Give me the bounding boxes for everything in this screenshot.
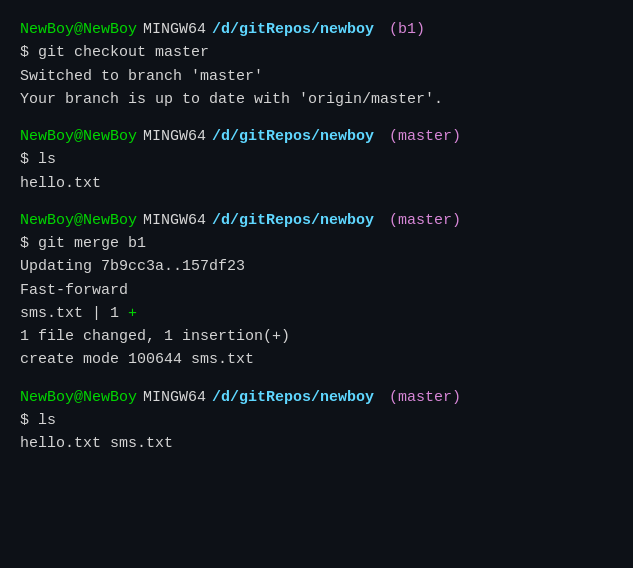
terminal-window: NewBoy@NewBoy MINGW64 /d/gitRepos/newboy… xyxy=(0,0,633,568)
prompt-line-2: NewBoy@NewBoy MINGW64 /d/gitRepos/newboy… xyxy=(20,125,613,148)
output-4-0: hello.txt sms.txt xyxy=(20,432,613,455)
plus-sign: + xyxy=(128,305,137,322)
prompt-path-2: /d/gitRepos/newboy xyxy=(212,125,374,148)
prompt-path-1: /d/gitRepos/newboy xyxy=(212,18,374,41)
output-3-1: Fast-forward xyxy=(20,279,613,302)
output-3-3: 1 file changed, 1 insertion(+) xyxy=(20,325,613,348)
section-2: NewBoy@NewBoy MINGW64 /d/gitRepos/newboy… xyxy=(20,125,613,195)
prompt-host-1: NewBoy xyxy=(83,18,137,41)
command-4: $ ls xyxy=(20,409,613,432)
prompt-path-3: /d/gitRepos/newboy xyxy=(212,209,374,232)
output-3-0: Updating 7b9cc3a..157df23 xyxy=(20,255,613,278)
prompt-path-4: /d/gitRepos/newboy xyxy=(212,386,374,409)
prompt-host-4: NewBoy xyxy=(83,386,137,409)
section-1: NewBoy@NewBoy MINGW64 /d/gitRepos/newboy… xyxy=(20,18,613,111)
output-1-1: Your branch is up to date with 'origin/m… xyxy=(20,88,613,111)
prompt-branch-1: (b1) xyxy=(380,18,425,41)
output-1-0: Switched to branch 'master' xyxy=(20,65,613,88)
prompt-shell-3: MINGW64 xyxy=(143,209,206,232)
section-4: NewBoy@NewBoy MINGW64 /d/gitRepos/newboy… xyxy=(20,386,613,456)
output-2-0: hello.txt xyxy=(20,172,613,195)
prompt-shell-2: MINGW64 xyxy=(143,125,206,148)
prompt-host-3: NewBoy xyxy=(83,209,137,232)
output-3-2: sms.txt | 1 + xyxy=(20,302,613,325)
output-3-4: create mode 100644 sms.txt xyxy=(20,348,613,371)
prompt-user-3: NewBoy xyxy=(20,209,74,232)
prompt-at-3: @ xyxy=(74,209,83,232)
prompt-user-4: NewBoy xyxy=(20,386,74,409)
prompt-branch-4: (master) xyxy=(380,386,461,409)
prompt-user-2: NewBoy xyxy=(20,125,74,148)
prompt-branch-3: (master) xyxy=(380,209,461,232)
prompt-line-3: NewBoy@NewBoy MINGW64 /d/gitRepos/newboy… xyxy=(20,209,613,232)
prompt-line-4: NewBoy@NewBoy MINGW64 /d/gitRepos/newboy… xyxy=(20,386,613,409)
command-3: $ git merge b1 xyxy=(20,232,613,255)
prompt-line-1: NewBoy@NewBoy MINGW64 /d/gitRepos/newboy… xyxy=(20,18,613,41)
command-2: $ ls xyxy=(20,148,613,171)
prompt-host-2: NewBoy xyxy=(83,125,137,148)
command-1: $ git checkout master xyxy=(20,41,613,64)
section-3: NewBoy@NewBoy MINGW64 /d/gitRepos/newboy… xyxy=(20,209,613,372)
prompt-at-4: @ xyxy=(74,386,83,409)
prompt-shell-1: MINGW64 xyxy=(143,18,206,41)
prompt-at-1: @ xyxy=(74,18,83,41)
prompt-user-1: NewBoy xyxy=(20,18,74,41)
prompt-shell-4: MINGW64 xyxy=(143,386,206,409)
prompt-at-2: @ xyxy=(74,125,83,148)
prompt-branch-2: (master) xyxy=(380,125,461,148)
